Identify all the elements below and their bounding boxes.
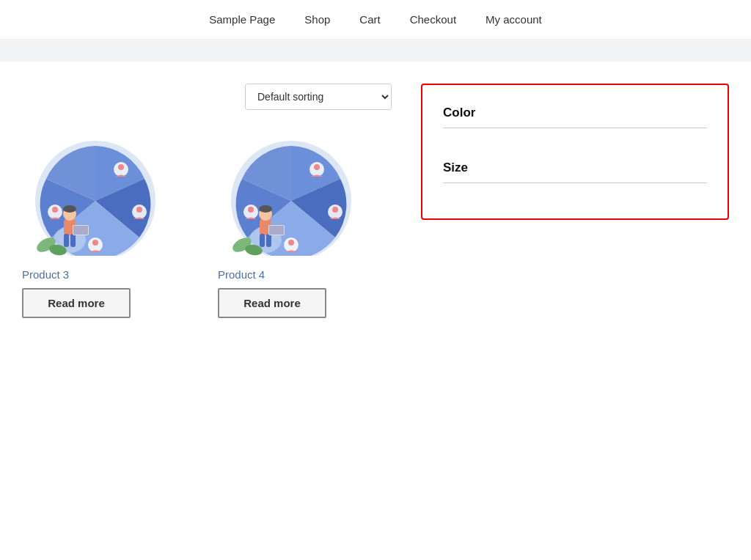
svg-rect-32 bbox=[260, 234, 265, 247]
product-title-product-3[interactable]: Product 3 bbox=[22, 268, 203, 281]
header: Sample PageShopCartCheckoutMy account bbox=[0, 0, 751, 40]
nav-item-sample-page[interactable]: Sample Page bbox=[209, 13, 275, 26]
read-more-button-product-4[interactable]: Read more bbox=[218, 288, 326, 318]
svg-rect-35 bbox=[269, 226, 284, 235]
sort-select[interactable]: Default sortingSort by popularitySort by… bbox=[245, 84, 392, 110]
product-image-product-4 bbox=[218, 128, 364, 259]
gray-band bbox=[0, 40, 751, 62]
svg-point-8 bbox=[52, 207, 58, 213]
svg-point-2 bbox=[118, 164, 124, 170]
svg-rect-16 bbox=[73, 226, 88, 235]
color-divider bbox=[443, 128, 707, 128]
svg-point-31 bbox=[259, 205, 272, 213]
right-side: Color Size bbox=[421, 84, 729, 318]
product-title-product-4[interactable]: Product 4 bbox=[218, 268, 399, 281]
size-filter-title: Size bbox=[443, 161, 707, 175]
nav-item-shop[interactable]: Shop bbox=[304, 13, 330, 26]
filter-panel: Color Size bbox=[421, 84, 729, 220]
read-more-button-product-3[interactable]: Read more bbox=[22, 288, 131, 318]
svg-point-21 bbox=[314, 164, 320, 170]
size-filter-section: Size bbox=[443, 161, 707, 195]
products-grid: Product 3Read more bbox=[22, 128, 399, 318]
nav-item-cart[interactable]: Cart bbox=[359, 13, 380, 26]
svg-rect-14 bbox=[70, 234, 76, 247]
svg-point-4 bbox=[136, 207, 142, 213]
product-card-product-3: Product 3Read more bbox=[22, 128, 203, 318]
nav-item-checkout[interactable]: Checkout bbox=[410, 13, 456, 26]
product-image-product-3 bbox=[22, 128, 169, 259]
product-card-product-4: Product 4Read more bbox=[218, 128, 399, 318]
size-divider bbox=[443, 183, 707, 183]
svg-point-6 bbox=[92, 240, 98, 246]
color-filter-title: Color bbox=[443, 106, 707, 120]
svg-point-12 bbox=[63, 205, 76, 213]
svg-rect-13 bbox=[64, 234, 69, 247]
svg-rect-33 bbox=[266, 234, 271, 247]
svg-point-23 bbox=[332, 207, 338, 213]
svg-point-27 bbox=[248, 207, 254, 213]
nav: Sample PageShopCartCheckoutMy account bbox=[209, 13, 542, 26]
left-side: Default sortingSort by popularitySort by… bbox=[22, 84, 399, 318]
sorting-bar: Default sortingSort by popularitySort by… bbox=[22, 84, 399, 110]
nav-item-my-account[interactable]: My account bbox=[486, 13, 542, 26]
main-content: Default sortingSort by popularitySort by… bbox=[0, 62, 751, 347]
svg-point-25 bbox=[288, 240, 294, 246]
